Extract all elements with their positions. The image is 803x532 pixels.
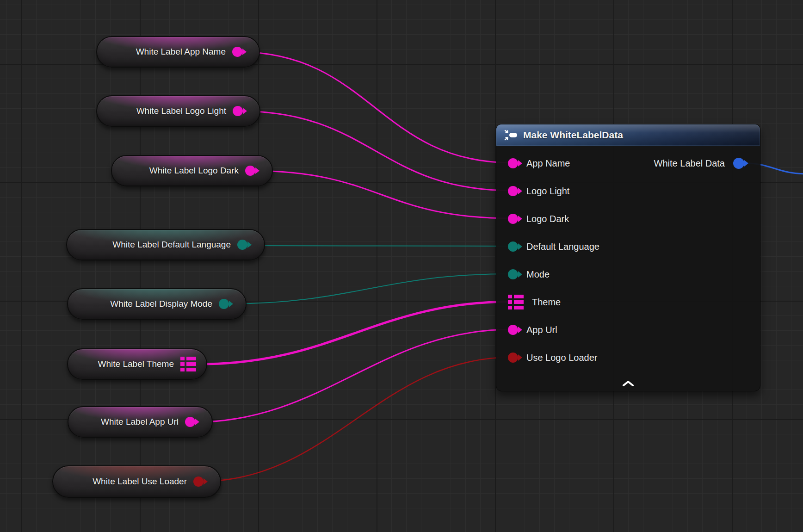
make-struct-icon	[504, 129, 518, 141]
variable-node-label: White Label Logo Light	[136, 106, 226, 116]
blueprint-graph-canvas[interactable]: White Label App NameWhite Label Logo Lig…	[0, 0, 803, 532]
variable-node-label: White Label Use Loader	[93, 476, 187, 487]
default-language-input-pin[interactable]	[508, 241, 518, 252]
variable-node-label: White Label Theme	[98, 359, 174, 369]
input-row-logo-light: Logo Light	[508, 183, 569, 199]
variable-node-label: White Label Logo Dark	[149, 166, 239, 176]
variable-node-label: White Label App Name	[136, 47, 226, 57]
input-pin-label: Default Language	[526, 241, 599, 252]
variable-node-white-label-logo-dark[interactable]: White Label Logo Dark	[111, 155, 273, 186]
make-whitelabeldata-node[interactable]: Make WhiteLabelDataApp NameLogo LightLog…	[496, 124, 760, 391]
input-row-theme: Theme	[508, 294, 561, 310]
input-row-mode: Mode	[508, 266, 550, 282]
white-label-use-loader-output-pin[interactable]	[193, 476, 204, 487]
wire-logo-light[interactable]	[238, 111, 513, 191]
variable-node-white-label-theme[interactable]: White Label Theme	[67, 348, 207, 380]
input-pin-label: App Name	[526, 158, 570, 169]
input-pin-label: App Url	[526, 325, 557, 335]
variable-node-label: White Label Display Mode	[110, 299, 212, 309]
wire-use-logo-loader[interactable]	[199, 357, 513, 482]
logo-light-input-pin[interactable]	[508, 186, 518, 196]
use-logo-loader-input-pin[interactable]	[508, 353, 518, 363]
chevron-up-icon	[622, 380, 635, 386]
variable-node-white-label-app-url[interactable]: White Label App Url	[68, 406, 213, 438]
variable-node-label: White Label App Url	[101, 417, 179, 427]
white-label-theme-output-pin[interactable]	[180, 357, 196, 371]
variable-node-white-label-display-mode[interactable]: White Label Display Mode	[67, 288, 247, 320]
input-pin-label: Mode	[526, 269, 550, 280]
white-label-display-mode-output-pin[interactable]	[219, 299, 229, 309]
app-url-input-pin[interactable]	[508, 325, 518, 335]
input-row-logo-dark: Logo Dark	[508, 211, 569, 227]
variable-node-label: White Label Default Language	[112, 240, 231, 250]
input-row-app-url: App Url	[508, 322, 557, 338]
input-row-default-language: Default Language	[508, 239, 599, 254]
output-row-white-label-data: White Label Data	[654, 155, 744, 171]
white-label-app-url-output-pin[interactable]	[185, 417, 195, 427]
input-pin-label: Use Logo Loader	[526, 353, 597, 363]
wire-mode[interactable]	[223, 274, 513, 304]
variable-node-white-label-app-name[interactable]: White Label App Name	[96, 36, 260, 68]
white-label-app-name-output-pin[interactable]	[232, 47, 242, 57]
variable-node-white-label-logo-light[interactable]: White Label Logo Light	[96, 95, 260, 127]
input-pin-label: Theme	[532, 297, 561, 308]
collapse-node-chevron[interactable]	[622, 380, 635, 386]
input-pin-label: Logo Dark	[526, 214, 569, 224]
theme-input-pin[interactable]	[508, 295, 524, 309]
wire-default-language[interactable]	[244, 246, 513, 246]
logo-dark-input-pin[interactable]	[508, 214, 518, 224]
output-pin-label: White Label Data	[654, 158, 725, 169]
white-label-data-output-pin[interactable]	[733, 158, 744, 169]
wire-theme[interactable]	[200, 302, 512, 364]
input-pin-label: Logo Light	[526, 186, 569, 197]
variable-node-white-label-default-language[interactable]: White Label Default Language	[66, 229, 265, 260]
white-label-default-language-output-pin[interactable]	[237, 240, 247, 250]
app-name-input-pin[interactable]	[508, 158, 518, 168]
wire-app-name[interactable]	[237, 52, 513, 163]
make-node-header[interactable]: Make WhiteLabelData	[496, 124, 760, 146]
wire-logo-dark[interactable]	[250, 171, 513, 218]
input-row-app-name: App Name	[508, 155, 570, 171]
white-label-logo-light-output-pin[interactable]	[233, 106, 243, 116]
white-label-logo-dark-output-pin[interactable]	[245, 166, 255, 176]
mode-input-pin[interactable]	[508, 269, 518, 279]
variable-node-white-label-use-loader[interactable]: White Label Use Loader	[52, 465, 221, 498]
input-row-use-logo-loader: Use Logo Loader	[508, 350, 597, 365]
wire-app-url[interactable]	[191, 329, 513, 422]
make-node-title: Make WhiteLabelData	[523, 130, 623, 141]
